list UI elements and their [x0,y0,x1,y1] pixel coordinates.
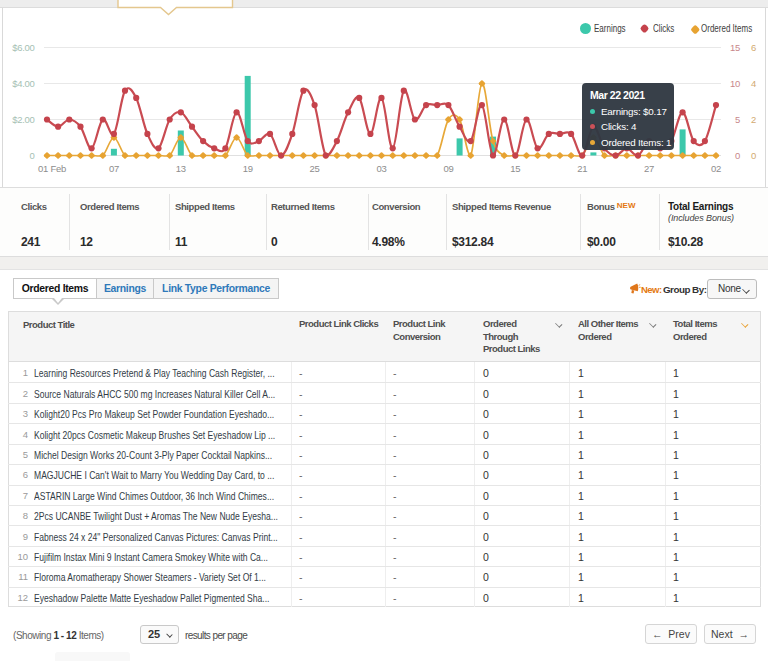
svg-text:19: 19 [243,163,253,174]
svg-text:21: 21 [577,163,587,174]
svg-text:$6.00: $6.00 [12,42,34,53]
svg-text:15: 15 [510,163,520,174]
svg-text:13: 13 [176,163,186,174]
svg-text:03: 03 [377,163,387,174]
svg-text:$2.00: $2.00 [12,114,34,125]
svg-text:5: 5 [735,114,740,125]
svg-text:0: 0 [751,150,756,161]
svg-text:01 Feb: 01 Feb [38,163,66,174]
svg-text:0: 0 [30,150,35,161]
svg-text:07: 07 [109,163,119,174]
svg-text:27: 27 [644,163,654,174]
svg-text:$4.00: $4.00 [12,78,34,89]
svg-text:02: 02 [711,163,721,174]
svg-text:6: 6 [751,42,756,53]
svg-text:25: 25 [310,163,320,174]
svg-text:15: 15 [730,42,740,53]
svg-text:0: 0 [735,150,740,161]
svg-text:10: 10 [730,78,740,89]
svg-text:2: 2 [751,114,756,125]
svg-text:09: 09 [443,163,453,174]
svg-text:4: 4 [751,78,756,89]
